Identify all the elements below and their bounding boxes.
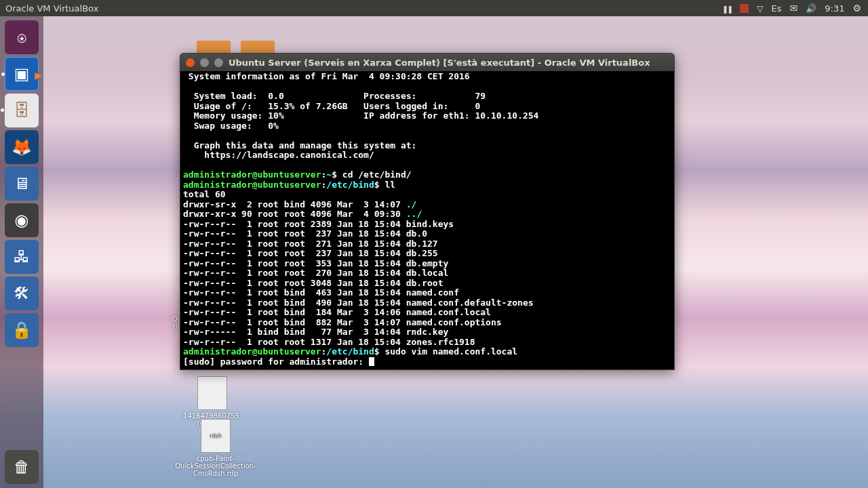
focused-arrow-icon: ▶	[35, 70, 42, 81]
window-close-button[interactable]	[186, 58, 195, 67]
vm-pause-indicator-icon[interactable]	[722, 3, 732, 14]
vm-console[interactable]: System information as of Fri Mar 4 09:30…	[180, 71, 674, 369]
disc-burner-launcher-icon[interactable]: ◉	[5, 203, 39, 237]
vm-stop-indicator-icon[interactable]	[740, 4, 749, 13]
vm-window-title: Ubuntu Server (Serveis en Xarxa Complet)…	[229, 58, 650, 68]
desktop-file-rdp[interactable]: rdsh cpub-Paint-QuickSessionCollection-C…	[175, 419, 256, 477]
network-icon[interactable]	[757, 3, 763, 14]
clock[interactable]: 9:31	[825, 3, 844, 14]
keyboard-layout-indicator[interactable]: Es	[772, 3, 782, 14]
file-icon: rdsh	[201, 419, 231, 453]
top-menu-bar: Oracle VM VirtualBox Es 9:31	[0, 0, 868, 16]
vault-launcher-icon[interactable]: 🔒	[5, 313, 39, 347]
messages-icon[interactable]	[790, 3, 798, 14]
obscured-desktop-label: Qu tio	[155, 315, 182, 330]
active-window-title: Oracle VM VirtualBox	[5, 3, 98, 14]
preferences-launcher-icon[interactable]: 🛠	[5, 277, 39, 310]
desktop-wallpaper: Oracle VM VirtualBox Es 9:31 ⍟ ▣▶ 🗄 🦊 🖥 …	[0, 0, 868, 488]
system-gear-icon[interactable]	[852, 3, 861, 14]
virtualbox-launcher-icon[interactable]: ▣▶	[5, 57, 39, 91]
firefox-launcher-icon[interactable]: 🦊	[5, 130, 39, 164]
virtualbox-vm-window: Ubuntu Server (Serveis en Xarxa Complet)…	[180, 53, 675, 370]
trash-launcher-icon[interactable]: 🗑	[5, 450, 39, 484]
network-tool-launcher-icon[interactable]: 🖧	[5, 240, 39, 274]
files-launcher-icon[interactable]: 🗄	[5, 94, 39, 127]
remote-desktop-launcher-icon[interactable]: 🖥	[5, 167, 39, 201]
window-maximize-button[interactable]	[214, 58, 223, 67]
unity-launcher: ⍟ ▣▶ 🗄 🦊 🖥 ◉ 🖧 🛠 🔒 🗑	[0, 16, 43, 488]
desktop-file-label: cpub-Paint-QuickSessionCollection-CmsRds…	[175, 455, 256, 477]
window-minimize-button[interactable]	[200, 58, 209, 67]
dash-home-icon[interactable]: ⍟	[5, 20, 39, 54]
terminal-cursor	[369, 357, 374, 366]
volume-icon[interactable]	[806, 3, 816, 14]
file-icon	[197, 376, 227, 410]
vm-titlebar[interactable]: Ubuntu Server (Serveis en Xarxa Complet)…	[180, 54, 674, 71]
